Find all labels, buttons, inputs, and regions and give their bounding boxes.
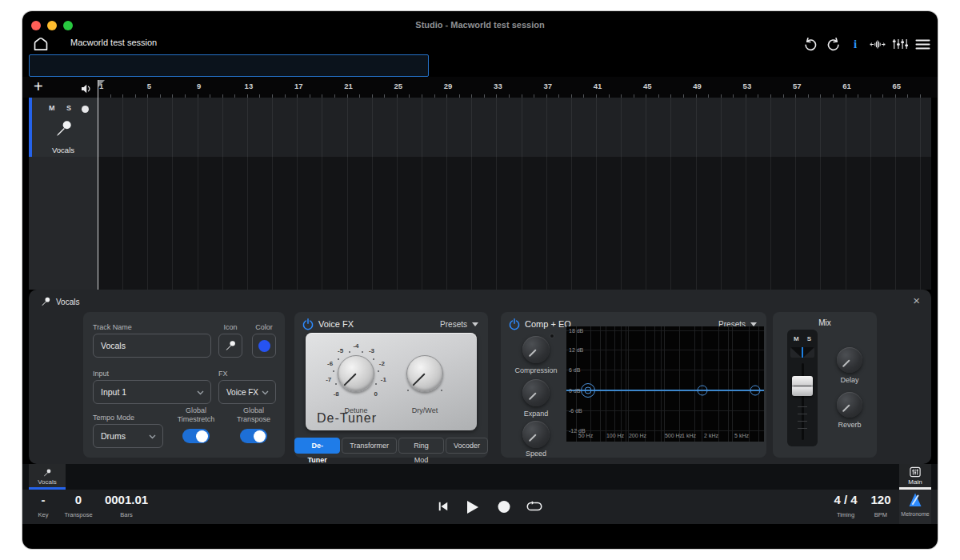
detune-scale-label: -8 xyxy=(334,390,339,397)
timing-display[interactable]: 4 / 4 Timing xyxy=(834,490,857,518)
eq-gridline-horizontal xyxy=(566,370,764,370)
redo-icon xyxy=(826,37,841,51)
track-name-input[interactable]: Vocals xyxy=(93,334,211,358)
track-header-vocals[interactable]: M S Vocals xyxy=(29,98,98,157)
fx-tab-vocoder[interactable]: Vocoder xyxy=(446,438,488,454)
bars-display[interactable]: 0001.01 Bars xyxy=(105,490,148,518)
playhead-flag[interactable] xyxy=(98,80,105,88)
home-button[interactable] xyxy=(32,36,50,52)
menu-button[interactable] xyxy=(914,35,930,53)
reverb-send-knob[interactable] xyxy=(837,392,862,418)
loop-button[interactable] xyxy=(526,501,543,513)
play-button[interactable] xyxy=(467,501,479,514)
bpm-display[interactable]: 120 BPM xyxy=(870,490,890,518)
undo-button[interactable] xyxy=(802,35,818,53)
key-display[interactable]: - Key xyxy=(38,490,49,518)
fx-select[interactable]: Voice FX xyxy=(218,380,276,404)
add-track-button[interactable]: + xyxy=(34,78,43,95)
session-name: Macworld test session xyxy=(70,38,157,47)
ruler-bar-number: 33 xyxy=(494,82,502,90)
eq-graph[interactable]: 18 dB12 dB6 dB0 dB-6 dB-12 dB50 Hz100 Hz… xyxy=(566,326,764,442)
editor-track-title: Vocals xyxy=(56,298,79,306)
expand-knob[interactable] xyxy=(522,379,550,406)
chevron-down-icon xyxy=(197,390,204,395)
voice-fx-power-button[interactable] xyxy=(302,318,314,334)
compression-knob[interactable] xyxy=(522,336,550,363)
delay-send-knob[interactable] xyxy=(837,347,862,373)
volume-fader[interactable] xyxy=(792,376,813,396)
input-select[interactable]: Input 1 xyxy=(93,380,211,404)
grid-line xyxy=(446,98,447,290)
tempo-mode-select[interactable]: Drums xyxy=(93,424,163,448)
voice-fx-presets-button[interactable]: Presets xyxy=(440,320,478,329)
tab-main[interactable]: Main xyxy=(899,464,931,490)
eq-curve xyxy=(566,390,764,391)
tab-vocals-label: Vocals xyxy=(29,478,66,486)
record-button[interactable] xyxy=(498,501,510,513)
grid-line xyxy=(621,98,622,290)
eq-node[interactable] xyxy=(698,386,708,396)
timestretch-button[interactable] xyxy=(870,35,886,53)
eq-gridline-vertical xyxy=(718,326,719,442)
transpose-value: 0 xyxy=(64,490,92,510)
mix-card: Mix M S Delay Reverb xyxy=(773,312,877,458)
track-editor-panel: Vocals × Track Name Vocals Icon Color In… xyxy=(29,290,931,464)
mute-button[interactable]: M xyxy=(49,104,55,112)
pan-control[interactable] xyxy=(790,347,814,358)
ruler-bar-number: 29 xyxy=(444,82,453,90)
bpm-label: BPM xyxy=(870,511,890,518)
record-arm-button[interactable] xyxy=(82,106,89,113)
color-field-label: Color xyxy=(252,323,276,331)
global-transpose-toggle[interactable] xyxy=(240,429,267,443)
grid-line xyxy=(820,98,821,290)
redo-button[interactable] xyxy=(825,35,841,53)
playhead[interactable] xyxy=(98,80,98,290)
speed-knob[interactable] xyxy=(522,421,550,448)
ruler-bar-number: 37 xyxy=(543,82,552,90)
detune-knob[interactable] xyxy=(338,355,374,392)
grid-line xyxy=(147,98,148,290)
tab-vocals[interactable]: Vocals xyxy=(29,464,66,490)
grid-line xyxy=(322,98,322,290)
eq-gridline-vertical xyxy=(614,326,615,442)
skip-back-icon xyxy=(438,501,449,512)
eq-node[interactable] xyxy=(581,383,595,398)
mixer-button[interactable] xyxy=(892,35,908,53)
track-color-button[interactable] xyxy=(252,334,276,358)
eq-freq-label: 50 Hz xyxy=(578,433,593,438)
global-timestretch-toggle[interactable] xyxy=(182,429,210,443)
monitor-button[interactable] xyxy=(81,82,92,97)
fx-tab-transformer[interactable]: Transformer xyxy=(342,438,397,454)
track-icon-button[interactable] xyxy=(218,334,242,358)
transpose-display[interactable]: 0 Transpose xyxy=(64,490,92,518)
grid-line xyxy=(172,98,173,290)
tempo-mode-value: Drums xyxy=(101,431,126,441)
info-button[interactable]: i xyxy=(847,35,863,53)
metronome-button[interactable]: Metronome xyxy=(899,490,931,524)
eq-freq-label: 100 Hz xyxy=(606,433,624,438)
eq-node[interactable] xyxy=(750,386,761,396)
presets-label: Presets xyxy=(440,320,467,329)
bottom-tab-bar: Vocals Main xyxy=(22,464,938,490)
grid-line xyxy=(297,98,298,290)
solo-button[interactable]: S xyxy=(66,104,71,112)
grid-line xyxy=(846,98,846,290)
close-icon[interactable]: × xyxy=(913,294,920,307)
drywet-scale-dot xyxy=(441,390,442,391)
grid-line xyxy=(795,98,796,290)
toggle-knob xyxy=(196,430,208,442)
drywet-knob[interactable] xyxy=(406,355,443,392)
timeline-ruler[interactable]: + 1591317212529333741454953576165 xyxy=(22,77,938,98)
track-color-swatch xyxy=(258,340,270,352)
fx-tab-de-tuner[interactable]: De-Tuner xyxy=(294,438,340,454)
mix-mute-button[interactable]: M xyxy=(794,335,799,342)
mix-solo-button[interactable]: S xyxy=(807,335,811,342)
grid-line xyxy=(546,98,547,290)
fx-tab-ring-mod[interactable]: Ring Mod xyxy=(398,438,444,454)
track-name-value: Vocals xyxy=(101,341,126,350)
skip-to-start-button[interactable] xyxy=(438,501,449,512)
loop-region-box[interactable] xyxy=(29,54,429,77)
metronome-label: Metronome xyxy=(899,511,931,517)
grid-line xyxy=(696,98,697,290)
comp-eq-power-button[interactable] xyxy=(509,318,520,334)
